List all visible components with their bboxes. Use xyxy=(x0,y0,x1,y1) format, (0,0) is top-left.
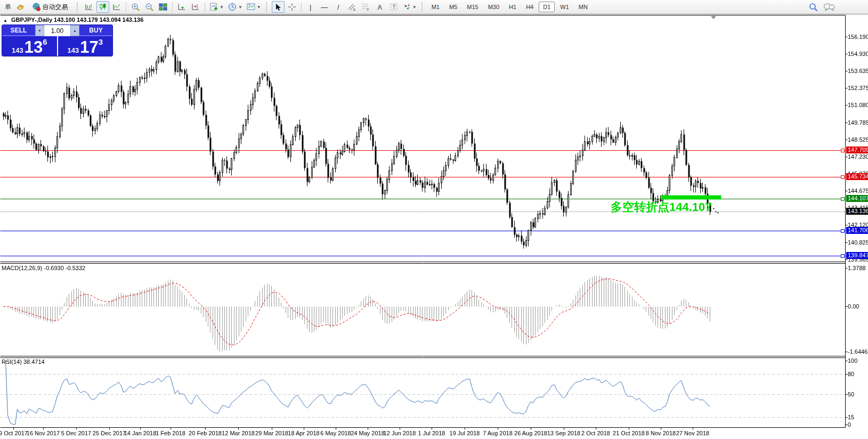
autotrading-icon xyxy=(32,3,40,11)
text-icon: A xyxy=(377,4,382,11)
chart-ohlc-values: 143.100 143.179 143.094 143.136 xyxy=(54,17,143,23)
new-order-icon xyxy=(16,3,25,11)
horizontal-line-tool[interactable]: — xyxy=(318,1,331,13)
toolbar-grip xyxy=(77,2,79,12)
one-click-trading-panel: SELL ▼ ▲ BUY 143 13 6 143 17 3 xyxy=(2,25,113,56)
equidistant-channel-icon: E xyxy=(347,3,356,11)
chevron-down-icon: ▼ xyxy=(257,5,261,10)
tf-button-mn[interactable]: MN xyxy=(574,2,592,12)
buy-price-big: 17 xyxy=(80,40,98,54)
tile-windows-button[interactable] xyxy=(157,1,169,13)
vertical-line-tool[interactable]: | xyxy=(304,1,317,13)
tf-button-d1[interactable]: D1 xyxy=(539,2,555,12)
tf-button-h4[interactable]: H4 xyxy=(522,2,538,12)
new-order-button[interactable] xyxy=(14,1,27,13)
sell-price-base: 143 xyxy=(12,46,23,54)
vertical-line-icon: | xyxy=(310,4,311,11)
tile-windows-icon xyxy=(159,3,167,11)
text-label-tool[interactable]: T xyxy=(387,1,400,13)
template-icon xyxy=(247,3,255,11)
buy-button[interactable]: BUY xyxy=(79,25,112,36)
trendline-icon: / xyxy=(337,4,339,11)
text-label-icon: T xyxy=(390,3,398,11)
indicators-button[interactable]: ▼ xyxy=(208,1,225,13)
annotation-text: 多空转折点144.107 xyxy=(611,199,712,215)
zoom-out-button[interactable] xyxy=(143,1,156,13)
chart-symbol: GBPJPY-,Daily xyxy=(11,17,52,23)
trendline-tool[interactable]: / xyxy=(332,1,345,13)
zoom-in-icon xyxy=(131,3,140,12)
tf-button-m30[interactable]: M30 xyxy=(484,2,504,12)
svg-text:F: F xyxy=(367,8,369,11)
toolbar-separator xyxy=(301,2,302,12)
volume-input[interactable] xyxy=(44,25,70,36)
chat-icon[interactable] xyxy=(823,3,835,11)
periods-button[interactable]: ▼ xyxy=(226,1,244,13)
toolbar-separator xyxy=(126,2,126,12)
buy-price-base: 143 xyxy=(67,46,79,54)
search-icon[interactable] xyxy=(809,3,818,12)
sell-price-panel[interactable]: 143 13 6 xyxy=(2,36,57,56)
chart-shift-marker-icon[interactable] xyxy=(711,16,716,19)
text-tool[interactable]: A xyxy=(374,1,386,13)
collapse-panel-icon[interactable]: ▲ xyxy=(3,18,7,23)
sell-button[interactable]: SELL xyxy=(2,25,35,36)
svg-text:E: E xyxy=(353,8,355,11)
arrows-icon xyxy=(403,3,411,11)
clock-icon xyxy=(228,3,237,11)
autotrading-label: 自动交易 xyxy=(41,3,70,12)
sell-price-sup: 6 xyxy=(43,38,47,45)
zoom-in-button[interactable] xyxy=(129,1,142,13)
buy-price-sup: 3 xyxy=(99,38,103,45)
chevron-down-icon: ▼ xyxy=(412,5,417,10)
tf-button-h1[interactable]: H1 xyxy=(505,2,521,12)
horizontal-line-icon: — xyxy=(321,4,328,11)
sell-price-big: 13 xyxy=(25,40,43,54)
buy-price-panel[interactable]: 143 17 3 xyxy=(58,36,113,56)
autotrading-button[interactable]: 自动交易 xyxy=(28,1,74,13)
auto-scroll-button[interactable] xyxy=(175,1,188,13)
chart-title: ▲ GBPJPY-,Daily 143.100 143.179 143.094 … xyxy=(3,17,143,23)
candlestick-chart-icon xyxy=(99,3,107,11)
zoom-out-icon xyxy=(145,3,154,12)
tf-button-w1[interactable]: W1 xyxy=(556,2,573,12)
volume-down-button[interactable]: ▼ xyxy=(35,25,44,36)
indicators-icon xyxy=(209,3,218,11)
volume-up-button[interactable]: ▲ xyxy=(70,25,79,36)
fibonacci-tool[interactable]: F xyxy=(360,1,372,13)
crosshair-icon xyxy=(288,3,296,11)
toolbar-grip xyxy=(266,2,269,12)
tf-button-m15[interactable]: M15 xyxy=(463,2,482,12)
tf-button-m1[interactable]: M1 xyxy=(427,2,444,12)
candlestick-chart-button[interactable] xyxy=(96,1,109,13)
cursor-icon xyxy=(274,3,282,11)
crosshair-button[interactable] xyxy=(286,1,298,13)
auto-scroll-icon xyxy=(177,3,186,11)
line-chart-icon xyxy=(112,3,121,11)
chevron-down-icon: ▼ xyxy=(238,5,242,10)
arrows-tool[interactable]: ▼ xyxy=(401,1,418,13)
toolbar-separator xyxy=(205,2,205,12)
tf-button-m5[interactable]: M5 xyxy=(445,2,461,12)
chart-shift-button[interactable] xyxy=(189,1,202,13)
line-chart-button[interactable] xyxy=(110,1,123,13)
bar-chart-icon xyxy=(85,3,93,11)
toolbar-separator xyxy=(172,2,173,12)
bar-chart-button[interactable] xyxy=(83,1,95,13)
chart-shift-icon xyxy=(191,3,200,11)
cursor-button[interactable] xyxy=(272,1,285,13)
toolbar: 单 自动交易 ▼ ▼ ▼ xyxy=(0,0,868,14)
order-menu-label[interactable]: 单 xyxy=(3,3,13,12)
toolbar-grip xyxy=(421,2,424,12)
channel-tool[interactable]: E xyxy=(346,1,359,13)
svg-text:T: T xyxy=(392,4,395,10)
fibonacci-icon: F xyxy=(361,3,370,11)
price-chart-canvas[interactable] xyxy=(0,14,868,439)
templates-button[interactable]: ▼ xyxy=(245,1,263,13)
chevron-down-icon: ▼ xyxy=(220,5,224,10)
